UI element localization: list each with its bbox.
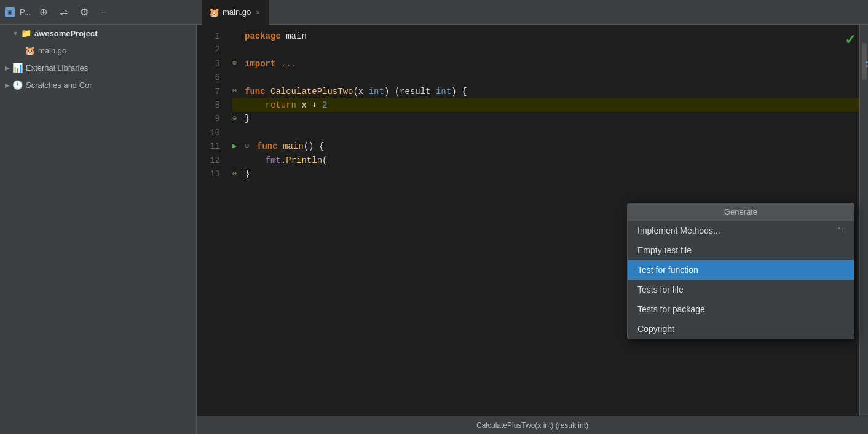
ln-13: 13 xyxy=(197,167,220,181)
layout-button[interactable]: ⇌ xyxy=(56,5,71,19)
plain-main: main xyxy=(281,30,307,43)
project-icon: ▣ xyxy=(5,7,15,17)
kw-package: package xyxy=(245,30,281,43)
ln-9: 9 xyxy=(197,112,220,125)
code-line-13: ⊖ } xyxy=(232,167,859,181)
menu-item-empty-test-file-label: Empty test file xyxy=(637,245,692,255)
main-go-label: main.go xyxy=(38,46,66,55)
ln-2: 2 xyxy=(197,43,220,57)
ln-7: 7 xyxy=(197,85,220,98)
scroll-track[interactable] xyxy=(859,25,868,416)
ln-3: 3 xyxy=(197,57,220,71)
external-libraries-label: External Libraries xyxy=(26,63,88,73)
ln-6: 6 xyxy=(197,71,220,84)
menu-item-test-for-function-label: Test for function xyxy=(637,265,698,275)
add-button[interactable]: ⊕ xyxy=(36,5,51,19)
title-bar-left: ▣ P... ⊕ ⇌ ⚙ − xyxy=(5,5,202,19)
menu-item-implement-methods-shortcut: ⌃I xyxy=(836,226,844,235)
menu-item-empty-test-file[interactable]: Empty test file xyxy=(628,240,854,260)
sidebar-item-project-root[interactable]: ▼ 📁 awesomeProject xyxy=(0,25,196,42)
ln-1: 1 xyxy=(197,30,220,43)
check-mark: ✓ xyxy=(845,32,856,48)
generate-menu: Generate Implement Methods... ⌃I Empty t… xyxy=(627,203,854,339)
space-import xyxy=(275,57,280,71)
kw-func-1: func xyxy=(245,85,266,98)
sidebar-item-external-libraries[interactable]: ▶ 📊 External Libraries xyxy=(0,59,196,76)
status-bar: CalculatePlusTwo(x int) (result int) xyxy=(197,416,868,434)
minus-button[interactable]: − xyxy=(97,6,110,19)
code-line-6 xyxy=(232,71,859,84)
tab-label: main.go xyxy=(223,7,251,17)
gutter-9: ⊖ xyxy=(232,113,245,125)
kw-func-2: func xyxy=(257,140,278,153)
title-bar: ▣ P... ⊕ ⇌ ⚙ − 🐹 main.go × xyxy=(0,0,868,25)
code-line-3: ⊕ import ... xyxy=(232,57,859,71)
tab-bar: 🐹 main.go × xyxy=(202,0,863,25)
code-line-12: fmt . Println ( xyxy=(232,154,859,167)
gutter-11b: ⊖ xyxy=(245,141,257,152)
editor-area: 1 2 3 6 7 8 9 10 11 12 13 package main xyxy=(197,25,868,434)
main-layout: ▼ 📁 awesomeProject 🐹 main.go ▶ 📊 Externa… xyxy=(0,25,868,434)
pkg-fmt: fmt xyxy=(266,154,281,167)
external-libs-icon: 📊 xyxy=(12,63,23,73)
tab-close-button[interactable]: × xyxy=(254,8,261,17)
generate-menu-title: Generate xyxy=(628,203,854,221)
import-ellipsis: ... xyxy=(281,57,296,71)
menu-item-test-for-function[interactable]: Test for function xyxy=(628,260,854,280)
go-file-icon: 🐹 xyxy=(25,45,35,55)
kw-return: return xyxy=(266,98,296,112)
fn-println: Println xyxy=(286,154,322,167)
ln-12: 12 xyxy=(197,154,220,167)
code-line-2 xyxy=(232,43,859,57)
code-line-10 xyxy=(232,126,859,140)
status-bar-text: CalculatePlusTwo(x int) (result int) xyxy=(476,421,588,430)
scroll-marker-2 xyxy=(866,65,868,67)
line-numbers: 1 2 3 6 7 8 9 10 11 12 13 xyxy=(197,25,227,416)
scratches-icon: 🕐 xyxy=(12,80,23,90)
code-line-9: ⊖ } xyxy=(232,112,859,125)
kw-import: import xyxy=(245,57,275,71)
menu-item-implement-methods-label: Implement Methods... xyxy=(637,226,720,235)
fn-calculateplustwo: CalculatePlusTwo xyxy=(270,85,353,98)
number-2: 2 xyxy=(322,98,327,112)
project-label[interactable]: P... xyxy=(20,7,31,17)
menu-item-tests-for-package[interactable]: Tests for package xyxy=(628,299,854,319)
menu-item-tests-for-file-label: Tests for file xyxy=(637,285,684,294)
menu-item-copyright-label: Copyright xyxy=(637,324,674,334)
ln-11: 11 xyxy=(197,140,220,153)
project-root-label: awesomeProject xyxy=(34,29,98,38)
gutter-7: ⊖ xyxy=(232,85,245,97)
scratches-label: Scratches and Cor xyxy=(26,81,92,90)
sidebar: ▼ 📁 awesomeProject 🐹 main.go ▶ 📊 Externa… xyxy=(0,25,197,434)
run-button[interactable]: ▶ xyxy=(232,141,245,152)
ln-10: 10 xyxy=(197,126,220,140)
menu-item-tests-for-package-label: Tests for package xyxy=(637,304,705,314)
settings-button[interactable]: ⚙ xyxy=(76,5,92,19)
tab-main-go[interactable]: 🐹 main.go × xyxy=(202,0,269,25)
expand-arrow-scratches: ▶ xyxy=(5,82,10,89)
expand-arrow-ext: ▶ xyxy=(5,65,10,71)
scroll-marker-1 xyxy=(866,61,868,63)
code-line-11: ▶ ⊖ func main () { xyxy=(232,140,859,153)
code-line-1: package main xyxy=(232,30,859,43)
menu-item-tests-for-file[interactable]: Tests for file xyxy=(628,280,854,299)
code-line-8: return x + 2 xyxy=(232,98,859,112)
go-file-tab-icon: 🐹 xyxy=(209,7,219,17)
menu-item-copyright[interactable]: Copyright xyxy=(628,319,854,339)
gutter-13: ⊖ xyxy=(232,168,245,180)
menu-item-implement-methods[interactable]: Implement Methods... ⌃I xyxy=(628,221,854,240)
expand-arrow-project: ▼ xyxy=(12,30,18,37)
fn-main: main xyxy=(283,140,304,153)
folder-icon: 📁 xyxy=(21,28,31,38)
code-line-7: ⊖ func CalculatePlusTwo ( x int ) ( resu… xyxy=(232,85,859,98)
sidebar-item-scratches[interactable]: ▶ 🕐 Scratches and Cor xyxy=(0,76,196,93)
ln-8: 8 xyxy=(197,98,220,112)
sidebar-item-main-go[interactable]: 🐹 main.go xyxy=(0,42,196,59)
gutter-3: ⊕ xyxy=(232,58,245,69)
